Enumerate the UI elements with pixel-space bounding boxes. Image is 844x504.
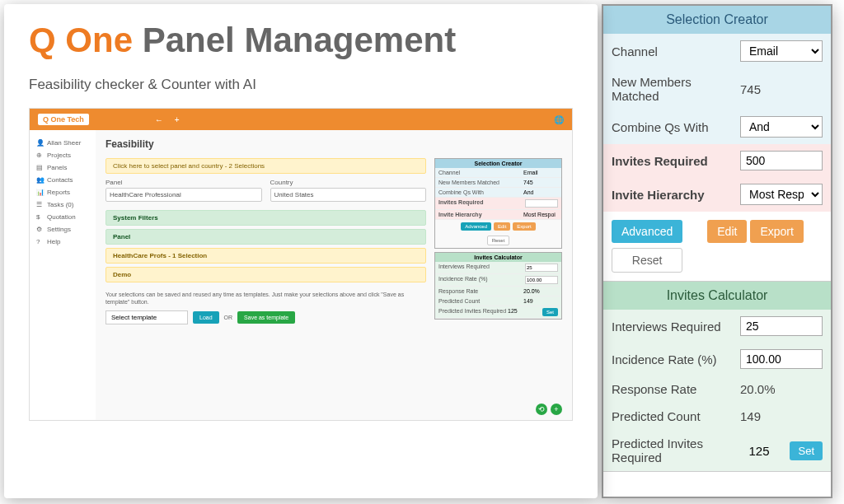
mini-set-button[interactable]: Set	[542, 308, 558, 316]
mini-invites-calculator: Invites Calculator Interviews Required I…	[434, 252, 562, 320]
incidence-input[interactable]	[740, 349, 823, 369]
title-rest: Panel Management	[143, 21, 456, 59]
sidebar-label: Quotation	[47, 213, 76, 221]
sidebar-item-2[interactable]: ▤Panels	[35, 161, 91, 174]
filter-row-0[interactable]: System Filters	[106, 210, 426, 226]
mini-invites-input[interactable]	[525, 199, 558, 208]
predicted-count-value: 149	[740, 409, 823, 423]
mini-predcount-val: 149	[523, 298, 558, 304]
add-fab-icon[interactable]: +	[551, 404, 562, 415]
sidebar-icon: ⊕	[36, 152, 43, 159]
advanced-button[interactable]: Advanced	[612, 220, 682, 243]
response-rate-label: Response Rate	[612, 382, 740, 396]
sidebar-icon: ⚙	[36, 226, 43, 233]
sidebar-icon: 👤	[36, 139, 43, 147]
app-header: Q One Tech ← + 🌐	[30, 109, 572, 130]
mini-calc-header: Invites Calculator	[435, 253, 561, 262]
sidebar-icon: ▤	[36, 164, 43, 171]
mini-interviews-input[interactable]	[525, 264, 558, 272]
mini-export-button[interactable]: Export	[513, 222, 535, 231]
or-text: OR	[224, 315, 233, 320]
sidebar-icon: ☰	[36, 201, 43, 208]
mini-channel-label: Channel	[438, 170, 523, 175]
channel-select[interactable]: Email	[740, 40, 823, 62]
sidebar-icon: $	[36, 213, 43, 221]
presentation-slide: Q One Panel Management Feasibility check…	[4, 4, 598, 498]
predicted-invites-value: 125	[748, 444, 790, 458]
mini-response-val: 20.0%	[523, 288, 558, 294]
panel-select[interactable]: HealthCare Professional	[106, 188, 262, 202]
mini-predcount-label: Predicted Count	[438, 298, 523, 304]
refresh-fab-icon[interactable]: ⟲	[536, 404, 547, 415]
sidebar-label: Contacts	[47, 176, 73, 184]
sidebar-item-8[interactable]: ?Help	[35, 236, 91, 248]
sidebar-item-5[interactable]: ☰Tasks (0)	[35, 198, 91, 211]
filter-row-2[interactable]: HealthCare Profs - 1 Selection	[106, 248, 426, 264]
save-template-button[interactable]: Save as template	[237, 311, 295, 324]
channel-label: Channel	[612, 44, 740, 58]
invites-calculator-header: Invites Calculator	[603, 282, 831, 310]
template-select[interactable]: Select template	[106, 310, 188, 324]
sidebar-item-3[interactable]: 👥Contacts	[35, 174, 91, 186]
set-button[interactable]: Set	[790, 441, 823, 460]
page-title: Q One Panel Management	[29, 21, 573, 60]
right-detail-panel: Selection Creator Channel Email New Memb…	[602, 4, 832, 498]
export-button[interactable]: Export	[750, 220, 803, 243]
interviews-input[interactable]	[740, 316, 823, 336]
sidebar-item-1[interactable]: ⊕Projects	[35, 149, 91, 161]
sidebar-label: Projects	[47, 152, 71, 159]
reset-button[interactable]: Reset	[612, 248, 682, 273]
mini-edit-button[interactable]: Edit	[494, 222, 510, 231]
predicted-count-label: Predicted Count	[612, 409, 740, 423]
mini-newmem-label: New Members Matched	[438, 180, 523, 185]
nav-arrows[interactable]: ← +	[155, 115, 180, 124]
add-icon[interactable]: +	[175, 115, 180, 124]
filter-row-3[interactable]: Demo	[106, 267, 426, 282]
sidebar-icon: ?	[36, 238, 43, 245]
incidence-label: Incidence Rate (%)	[612, 352, 740, 366]
mini-advanced-button[interactable]: Advanced	[461, 222, 491, 231]
sidebar-item-0[interactable]: 👤Allan Sheer	[35, 137, 91, 149]
sidebar-item-4[interactable]: 📊Reports	[35, 186, 91, 198]
mini-selection-creator: Selection Creator ChannelEmail New Membe…	[434, 158, 562, 249]
save-instructions: Your selections can be saved and reused …	[106, 291, 426, 306]
mini-incidence-label: Incidence Rate (%)	[438, 276, 525, 284]
selection-creator-header: Selection Creator	[603, 6, 831, 34]
combine-label: Combine Qs With	[612, 120, 740, 134]
load-button[interactable]: Load	[193, 311, 219, 324]
back-icon[interactable]: ←	[155, 115, 163, 124]
mini-invites-label: Invites Required	[438, 199, 525, 208]
interviews-label: Interviews Required	[612, 320, 740, 334]
mini-combine-label: Combine Qs With	[438, 189, 523, 195]
filter-row-1[interactable]: Panel	[106, 229, 426, 245]
mini-incidence-input[interactable]	[525, 276, 558, 284]
app-screenshot: Q One Tech ← + 🌐 👤Allan Sheer⊕Projects▤P…	[29, 108, 573, 421]
mini-channel-val[interactable]: Email	[523, 170, 558, 175]
country-select[interactable]: United States	[270, 188, 427, 202]
mini-hierarchy-val[interactable]: Most Respoi	[523, 212, 558, 217]
sidebar-label: Settings	[47, 226, 71, 233]
selection-banner[interactable]: Click here to select panel and country -…	[106, 158, 426, 174]
mini-interviews-label: Interviews Required	[438, 264, 525, 272]
mini-reset-button[interactable]: Reset	[487, 236, 510, 245]
invite-hierarchy-select[interactable]: Most Respoi	[740, 184, 823, 205]
invites-required-input[interactable]	[740, 151, 823, 170]
sidebar-item-7[interactable]: ⚙Settings	[35, 223, 91, 236]
sidebar-label: Help	[47, 238, 60, 245]
mini-response-label: Response Rate	[438, 288, 523, 294]
combine-select[interactable]: And	[740, 116, 823, 138]
sidebar-item-6[interactable]: $Quotation	[35, 211, 91, 223]
sidebar-label: Panels	[47, 164, 67, 171]
mini-sel-header: Selection Creator	[435, 159, 561, 168]
country-label: Country	[270, 179, 427, 186]
globe-icon[interactable]: 🌐	[554, 115, 564, 124]
mini-combine-val[interactable]: And	[523, 189, 558, 195]
app-logo: Q One Tech	[38, 114, 89, 125]
edit-button[interactable]: Edit	[707, 220, 747, 243]
new-members-value: 745	[740, 82, 823, 96]
title-brand: Q One	[29, 21, 133, 59]
sidebar-icon: 👥	[36, 176, 43, 184]
mini-newmem-val: 745	[523, 180, 558, 185]
feasibility-heading: Feasibility	[106, 138, 562, 150]
panel-label: Panel	[106, 179, 262, 186]
